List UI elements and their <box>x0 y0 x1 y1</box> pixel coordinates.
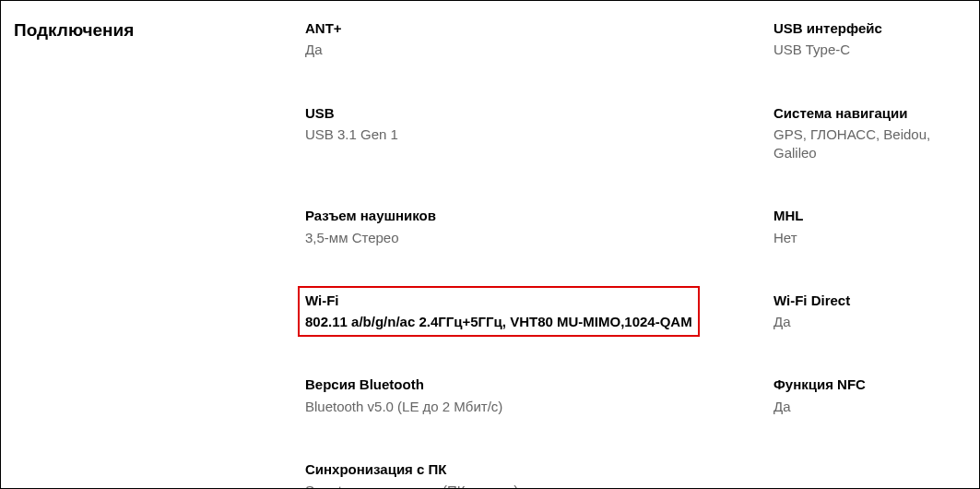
spec-label: Wi-Fi Direct <box>773 292 961 310</box>
spec-label: USB интерфейс <box>773 19 961 38</box>
spec-value: Нет <box>773 229 961 247</box>
spec-value: Bluetooth v5.0 (LE до 2 Мбит/с) <box>305 398 766 416</box>
spec-label: USB <box>305 104 766 123</box>
spec-label: Функция NFC <box>773 376 961 394</box>
spec-bluetooth: Версия Bluetooth Bluetooth v5.0 (LE до 2… <box>305 376 766 416</box>
spec-label: ANT+ <box>305 19 766 38</box>
section-title: Подключения <box>14 19 305 489</box>
spec-wifi-direct: Wi-Fi Direct Да <box>773 292 961 332</box>
spec-label: MHL <box>773 207 961 225</box>
spec-nfc: Функция NFC Да <box>773 376 961 416</box>
spec-empty <box>773 460 961 489</box>
spec-usb-interface: USB интерфейс USB Type-C <box>773 19 961 60</box>
specs-grid: ANT+ Да USB интерфейс USB Type-C USB USB… <box>305 19 961 489</box>
spec-usb: USB USB 3.1 Gen 1 <box>305 104 766 163</box>
spec-wifi-highlighted: Wi-Fi 802.11 a/b/g/n/ac 2.4ГГц+5ГГц, VHT… <box>305 292 766 332</box>
spec-value: USB Type-C <box>773 41 961 59</box>
spec-value: 3,5-мм Стерео <box>305 229 766 247</box>
spec-navigation: Система навигации GPS, ГЛОНАСС, Beidou, … <box>773 104 961 163</box>
spec-pc-sync: Синхронизация с ПК Smart переключение (П… <box>305 460 766 489</box>
spec-label: Wi-Fi <box>305 292 692 310</box>
spec-value: GPS, ГЛОНАСС, Beidou, Galileo <box>773 125 961 163</box>
spec-value: Smart переключение (ПК версия) <box>305 482 766 489</box>
spec-label: Разъем наушников <box>305 207 766 225</box>
spec-value: 802.11 a/b/g/n/ac 2.4ГГц+5ГГц, VHT80 MU-… <box>305 313 692 331</box>
spec-value: USB 3.1 Gen 1 <box>305 125 766 144</box>
specs-container: Подключения ANT+ Да USB интерфейс USB Ty… <box>14 19 961 489</box>
spec-mhl: MHL Нет <box>773 207 961 247</box>
spec-value: Да <box>773 313 961 331</box>
highlight-box: Wi-Fi 802.11 a/b/g/n/ac 2.4ГГц+5ГГц, VHT… <box>298 286 700 338</box>
spec-label: Система навигации <box>773 104 961 123</box>
spec-label: Версия Bluetooth <box>305 376 766 394</box>
spec-ant-plus: ANT+ Да <box>305 19 766 60</box>
spec-value: Да <box>773 398 961 416</box>
spec-value: Да <box>305 41 766 59</box>
spec-headphone-jack: Разъем наушников 3,5-мм Стерео <box>305 207 766 247</box>
spec-label: Синхронизация с ПК <box>305 460 766 479</box>
